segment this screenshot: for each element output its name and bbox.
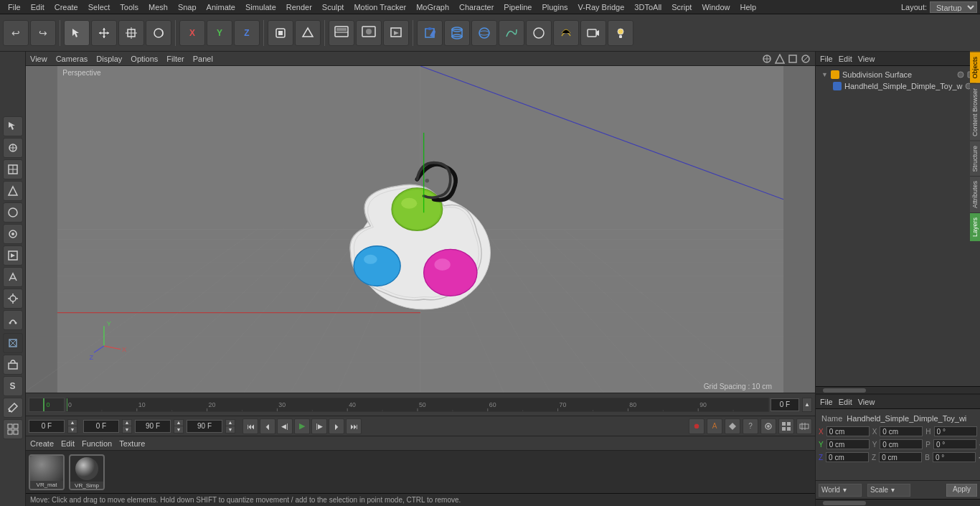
h-input[interactable] — [934, 426, 977, 436]
menu-select[interactable]: Select — [83, 1, 116, 13]
vtab-content-browser[interactable]: Content Browser — [970, 83, 980, 141]
vtab-structure[interactable]: Structure — [970, 141, 980, 177]
auto-key-btn[interactable]: A — [707, 418, 722, 434]
menu-3dtoall[interactable]: 3DToAll — [629, 1, 666, 13]
mat-menu-create[interactable]: Create — [30, 439, 54, 448]
deformer-btn[interactable] — [553, 20, 579, 46]
record-btn[interactable]: ⏺ — [689, 418, 705, 434]
play-btn[interactable]: ▶ — [294, 418, 310, 434]
obj-list[interactable]: ▼ Subdivision Surface Handheld_Simple_Di… — [816, 66, 980, 386]
left-btn-12[interactable] — [3, 355, 23, 375]
vp-icon-2[interactable] — [775, 54, 785, 64]
next-key-btn[interactable]: |▶ — [311, 418, 327, 434]
bottom-hscroll-thumb[interactable] — [823, 501, 866, 505]
y-size-input[interactable] — [880, 439, 923, 449]
left-btn-1[interactable] — [3, 116, 23, 136]
vp-menu-view[interactable]: View — [30, 55, 47, 63]
bottom-hscroll[interactable] — [816, 499, 980, 506]
left-btn-paint[interactable] — [3, 398, 23, 418]
current-frame-input[interactable] — [29, 420, 65, 433]
left-btn-10[interactable] — [3, 310, 23, 330]
vp-menu-options[interactable]: Options — [131, 55, 158, 63]
timeline-step-up[interactable]: ▲ — [802, 398, 812, 412]
render-picture-viewer-btn[interactable] — [356, 20, 382, 46]
vtab-objects[interactable]: Objects — [970, 52, 980, 83]
x-axis-btn[interactable]: X — [179, 20, 205, 46]
left-btn-3[interactable] — [3, 159, 23, 179]
step-forward-btn[interactable]: ⏵ — [329, 418, 344, 434]
menu-mograph[interactable]: MoGraph — [411, 1, 454, 13]
x-pos-input[interactable] — [826, 426, 870, 436]
vp-menu-display[interactable]: Display — [96, 55, 122, 63]
mat-menu-function[interactable]: Function — [82, 439, 112, 448]
mat-menu-texture[interactable]: Texture — [119, 439, 145, 448]
mode-btn[interactable] — [778, 418, 794, 434]
y-pos-input[interactable] — [826, 439, 870, 449]
p-input[interactable] — [933, 439, 976, 449]
preview-end-stepper[interactable]: ▲ ▼ — [174, 419, 184, 434]
obj-item-handheld[interactable]: Handheld_Simple_Dimple_Toy_w — [819, 80, 977, 92]
redo-btn[interactable]: ↪ — [30, 20, 56, 46]
menu-pipeline[interactable]: Pipeline — [499, 1, 537, 13]
object-mode-btn[interactable] — [268, 20, 293, 46]
vtab-attributes[interactable]: Attributes — [970, 176, 980, 212]
total-end-stepper[interactable]: ▲ ▼ — [225, 419, 235, 434]
scale-dropdown[interactable]: Scale ▾ — [867, 484, 910, 497]
vtab-layers[interactable]: Layers — [970, 212, 980, 241]
left-btn-4[interactable] — [3, 181, 23, 201]
vp-menu-cameras[interactable]: Cameras — [56, 55, 88, 63]
z-pos-input[interactable] — [826, 452, 869, 462]
vp-icon-3[interactable] — [788, 54, 798, 64]
left-btn-11[interactable] — [3, 333, 23, 353]
component-mode-btn[interactable] — [295, 20, 321, 46]
nurbs-btn[interactable] — [526, 20, 552, 46]
menu-edit[interactable]: Edit — [26, 1, 50, 13]
menu-render[interactable]: Render — [281, 1, 317, 13]
step-back-btn[interactable]: ⏴ — [260, 418, 275, 434]
z-axis-btn[interactable]: Z — [234, 20, 260, 46]
right-hscroll[interactable] — [816, 386, 980, 393]
menu-file[interactable]: File — [3, 1, 26, 13]
preview-start-stepper[interactable]: ▲ ▼ — [122, 419, 132, 434]
scale-mode-btn[interactable] — [118, 20, 144, 46]
material-vr-simple[interactable]: VR_Simp — [69, 454, 105, 490]
left-btn-9[interactable] — [3, 289, 23, 309]
vp-menu-filter[interactable]: Filter — [166, 55, 184, 63]
menu-character[interactable]: Character — [454, 1, 499, 13]
left-btn-grid[interactable] — [3, 419, 23, 439]
z-size-input[interactable] — [879, 452, 922, 462]
move-mode-btn[interactable] — [91, 20, 117, 46]
menu-tools[interactable]: Tools — [115, 1, 143, 13]
spline-btn[interactable] — [499, 20, 524, 46]
obj-menu-edit[interactable]: Edit — [839, 55, 852, 63]
obj-menu-file[interactable]: File — [820, 55, 833, 63]
motion-record-btn[interactable] — [760, 418, 776, 434]
b-input[interactable] — [933, 452, 976, 462]
menu-motion-tracker[interactable]: Motion Tracker — [349, 1, 411, 13]
menu-animate[interactable]: Animate — [202, 1, 240, 13]
render-active-obj-btn[interactable] — [383, 20, 409, 46]
attr-menu-file[interactable]: File — [820, 398, 833, 406]
rotate-mode-btn[interactable] — [146, 20, 171, 46]
viewport[interactable]: View Cameras Display Options Filter Pane… — [26, 52, 815, 393]
menu-sculpt[interactable]: Sculpt — [317, 1, 349, 13]
timeline-ruler[interactable]: 0 10 20 30 40 50 60 70 — [66, 398, 769, 412]
menu-simulate[interactable]: Simulate — [240, 1, 281, 13]
light-btn-tb[interactable] — [608, 20, 633, 46]
mat-menu-edit[interactable]: Edit — [61, 439, 75, 448]
x-size-input[interactable] — [880, 426, 923, 436]
vp-menu-panel[interactable]: Panel — [193, 55, 213, 63]
attr-menu-edit[interactable]: Edit — [839, 398, 852, 406]
material-vr-mat[interactable]: VR_mat — [29, 454, 65, 490]
menu-help[interactable]: Help — [735, 1, 762, 13]
goto-start-btn[interactable]: ⏮ — [242, 418, 258, 434]
left-btn-7[interactable] — [3, 245, 23, 266]
menu-script[interactable]: Script — [666, 1, 697, 13]
goto-end-btn[interactable]: ⏭ — [346, 418, 362, 434]
cube-btn[interactable] — [417, 20, 443, 46]
left-btn-5[interactable] — [3, 202, 23, 222]
sphere-btn[interactable] — [471, 20, 497, 46]
y-axis-btn[interactable]: Y — [207, 20, 232, 46]
cylinder-btn[interactable] — [444, 20, 470, 46]
total-end-input[interactable] — [187, 420, 222, 433]
